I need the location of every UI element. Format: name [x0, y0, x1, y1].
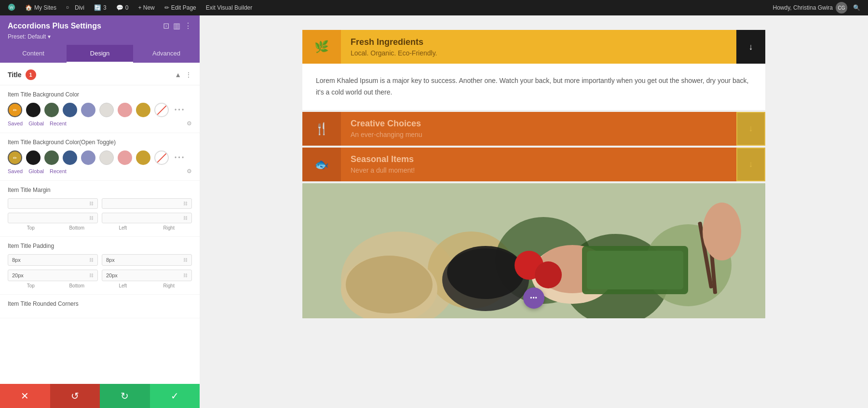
svg-point-21	[703, 203, 741, 260]
swatch-open-lavender[interactable]	[81, 150, 95, 165]
tab-advanced[interactable]: Advanced	[133, 45, 200, 63]
accordion-subtitle-3: Never a dull moment!	[351, 166, 727, 174]
color-swatches-open-row: ✏ • • •	[8, 150, 192, 165]
tab-design[interactable]: Design	[67, 45, 133, 63]
padding-top-input[interactable]: 8px ⛓	[8, 254, 98, 266]
padding-link-icon-3[interactable]: ⛓	[89, 273, 94, 278]
swatch-green[interactable]	[44, 103, 59, 117]
panel-preset[interactable]: Preset: Default ▾	[8, 33, 192, 40]
collapse-icon[interactable]: ▲	[175, 71, 181, 79]
swatch-open-pink[interactable]	[118, 150, 132, 165]
margin-top-label: Top	[8, 225, 54, 231]
admin-bar-right: Howdy, Christina Gwira CG 🔍	[773, 2, 864, 14]
comments-btn[interactable]: 💬 0	[112, 0, 133, 15]
wp-logo-btn[interactable]: W	[4, 0, 19, 15]
margin-right-input[interactable]: ⛓	[102, 213, 192, 223]
accordion-toggle-3[interactable]: ↓	[736, 148, 765, 181]
my-sites-btn[interactable]: 🏠 My Sites	[21, 0, 60, 15]
padding-bottom-label: Bottom	[54, 283, 100, 288]
padding-link-icon[interactable]: ⛓	[89, 258, 94, 262]
open-gear-icon[interactable]: ⚙	[187, 168, 192, 175]
divi-btn[interactable]: D Divi	[62, 0, 88, 15]
section-more-icon[interactable]: ⋮	[185, 71, 192, 79]
accordion-header-2[interactable]: 🍴 Creative Choices An ever-changing menu…	[302, 112, 765, 146]
margin-link-icon-2[interactable]: ⛓	[183, 201, 188, 206]
section-badge: 1	[26, 69, 36, 80]
padding-inputs: 8px ⛓ 8px ⛓ 20px ⛓ 20px ⛓	[8, 254, 192, 281]
margin-left-label: Left	[100, 225, 146, 231]
padding-right-value: 20px	[106, 272, 183, 278]
exit-builder-btn[interactable]: Exit Visual Builder	[202, 0, 257, 15]
redo-icon: ↻	[121, 390, 129, 402]
padding-right-input[interactable]: 20px ⛓	[102, 270, 192, 281]
margin-bottom-input[interactable]: ⛓	[102, 198, 192, 209]
swatch-lavender[interactable]	[81, 103, 95, 117]
swatch-pink[interactable]	[118, 103, 132, 117]
my-sites-label: My Sites	[34, 4, 56, 11]
padding-left-input[interactable]: 20px ⛓	[8, 270, 98, 281]
user-greeting: Howdy, Christina Gwira	[773, 4, 833, 11]
save-button[interactable]: ✓	[150, 384, 200, 408]
open-recent-label[interactable]: Recent	[50, 168, 67, 174]
layout-icon[interactable]: ▥	[173, 21, 180, 30]
accordion-body-text-1: Lorem Khaled Ipsum is a major key to suc…	[316, 77, 748, 96]
swatch-open-gold[interactable]	[136, 150, 150, 165]
accordion-title-3: Seasonal Items	[351, 154, 727, 164]
padding-labels: Top Bottom Left Right	[8, 283, 192, 288]
accordion-icon-2: 🍴	[314, 122, 329, 136]
floating-action-button[interactable]: •••	[523, 287, 544, 309]
open-saved-label[interactable]: Saved	[8, 168, 23, 174]
padding-link-icon-2[interactable]: ⛓	[183, 258, 188, 262]
margin-link-icon-3[interactable]: ⛓	[89, 216, 94, 220]
global-label[interactable]: Global	[28, 121, 44, 126]
swatch-blue[interactable]	[63, 103, 77, 117]
gear-icon[interactable]: ⚙	[187, 120, 192, 127]
admin-bar: W 🏠 My Sites D Divi 🔄 3 💬 0 + New ✏ Edit…	[0, 0, 868, 15]
accordion-subtitle-1: Local. Organic. Eco-Friendly.	[351, 49, 727, 57]
undo-button[interactable]: ↺	[50, 384, 100, 408]
swatch-orange-active[interactable]: ✏	[8, 103, 22, 117]
updates-btn[interactable]: 🔄 3	[90, 0, 110, 15]
more-swatches-btn[interactable]: • • •	[173, 107, 186, 113]
swatch-none[interactable]	[154, 103, 169, 117]
swatch-open-gold-active[interactable]: ✏	[8, 150, 22, 165]
redo-button[interactable]: ↻	[100, 384, 150, 408]
panel-tabs: Content Design Advanced	[0, 45, 200, 63]
swatch-open-green[interactable]	[44, 150, 59, 165]
accordion-toggle-1[interactable]: ↓	[736, 30, 765, 64]
update-icon: 🔄	[94, 4, 101, 11]
accordion-header-3[interactable]: 🐟 Seasonal Items Never a dull moment! ↓	[302, 148, 765, 181]
margin-link-icon[interactable]: ⛓	[89, 201, 94, 206]
cancel-button[interactable]: ✕	[0, 384, 50, 408]
accordion-header-1[interactable]: 🌿 Fresh Ingredients Local. Organic. Eco-…	[302, 30, 765, 64]
margin-link-icon-4[interactable]: ⛓	[183, 216, 188, 220]
more-swatches-open-btn[interactable]: • • •	[173, 154, 186, 161]
accordion-toggle-2[interactable]: ↓	[736, 112, 765, 146]
padding-link-icon-4[interactable]: ⛓	[183, 273, 188, 278]
resize-icon[interactable]: ⊡	[163, 21, 169, 30]
new-btn[interactable]: + New	[134, 0, 158, 15]
swatch-open-light[interactable]	[99, 150, 114, 165]
more-icon[interactable]: ⋮	[184, 21, 192, 30]
section-header: Title 1 ▲ ⋮	[0, 63, 200, 85]
divi-icon: D	[66, 4, 73, 12]
comments-count: 0	[125, 4, 129, 11]
divi-label: Divi	[75, 4, 84, 11]
margin-top-input[interactable]: ⛓	[8, 198, 98, 209]
swatch-black[interactable]	[26, 103, 41, 117]
saved-label[interactable]: Saved	[8, 121, 23, 126]
padding-bottom-input[interactable]: 8px ⛓	[102, 254, 192, 266]
swatch-open-black[interactable]	[26, 150, 41, 165]
search-icon[interactable]: 🔍	[849, 4, 864, 11]
tab-content[interactable]: Content	[0, 45, 67, 63]
swatch-gold[interactable]	[136, 103, 150, 117]
edit-page-btn[interactable]: ✏ Edit Page	[161, 0, 200, 15]
accordion-icon-3: 🐟	[314, 158, 329, 171]
open-global-label[interactable]: Global	[28, 168, 44, 174]
recent-label[interactable]: Recent	[50, 121, 67, 126]
swatch-open-blue[interactable]	[63, 150, 77, 165]
swatch-light[interactable]	[99, 103, 114, 117]
margin-left-input[interactable]: ⛓	[8, 213, 98, 223]
swatch-open-none[interactable]	[154, 150, 169, 165]
item-title-rounded-corners-label: Item Title Rounded Corners	[8, 300, 192, 307]
